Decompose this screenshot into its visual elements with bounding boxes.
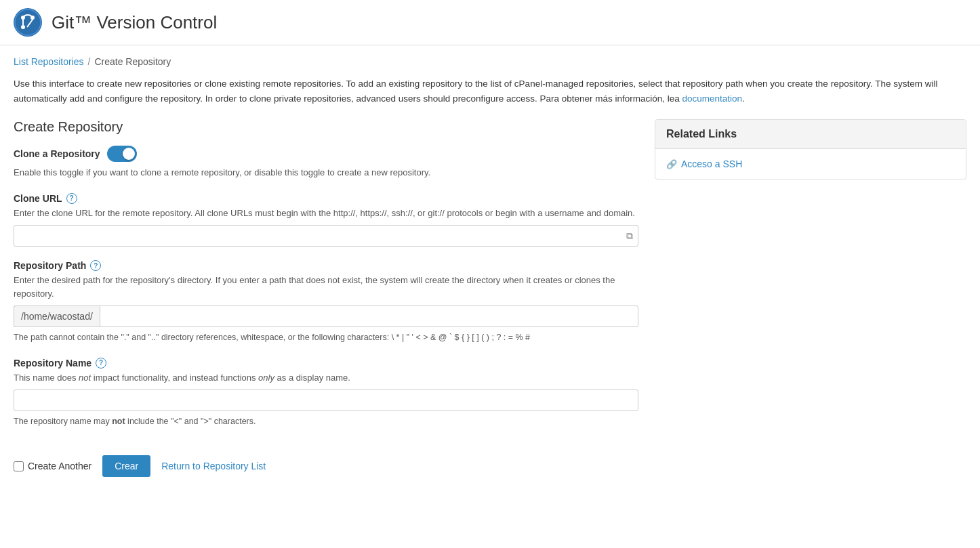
clone-toggle-switch[interactable] bbox=[107, 146, 137, 162]
repository-name-note: The repository name may not include the … bbox=[14, 415, 638, 428]
external-link-icon: 🔗 bbox=[666, 159, 677, 169]
svg-point-2 bbox=[21, 25, 25, 29]
clone-toggle-group: Clone a Repository Enable this toggle if… bbox=[14, 146, 638, 180]
form-column: Create Repository Clone a Repository Ena… bbox=[14, 119, 638, 477]
related-links-header: Related Links bbox=[655, 120, 966, 149]
clone-toggle-label: Clone a Repository bbox=[14, 148, 100, 159]
path-constraint-text: The path cannot contain the "." and ".."… bbox=[14, 331, 638, 344]
related-link-ssh[interactable]: 🔗 Acceso a SSH bbox=[666, 156, 955, 172]
repository-name-group: Repository Name ? This name does not imp… bbox=[14, 358, 638, 428]
repository-path-label-text: Repository Path bbox=[14, 260, 86, 271]
description-text-before: Use this interface to create new reposit… bbox=[14, 79, 937, 104]
clone-url-group: Clone URL ? Enter the clone URL for the … bbox=[14, 193, 638, 247]
repository-path-description: Enter the desired path for the repositor… bbox=[14, 274, 638, 300]
svg-point-0 bbox=[14, 8, 42, 37]
create-another-checkbox[interactable] bbox=[14, 461, 24, 471]
sidebar-column: Related Links 🔗 Acceso a SSH bbox=[655, 119, 966, 180]
related-links-body: 🔗 Acceso a SSH bbox=[655, 149, 966, 179]
toggle-thumb bbox=[123, 148, 135, 160]
app-title: Git™ Version Control bbox=[52, 12, 217, 33]
breadcrumb-parent-link[interactable]: List Repositories bbox=[14, 56, 84, 67]
create-another-text: Create Another bbox=[28, 461, 91, 471]
clone-url-label: Clone URL ? bbox=[14, 193, 638, 204]
breadcrumb-current: Create Repository bbox=[94, 56, 171, 67]
repository-path-input[interactable] bbox=[100, 305, 638, 327]
copy-icon[interactable]: ⧉ bbox=[626, 230, 633, 242]
description-text-after: . bbox=[742, 93, 745, 104]
related-link-ssh-label: Acceso a SSH bbox=[681, 159, 742, 169]
git-logo bbox=[14, 8, 42, 37]
main-content: List Repositories / Create Repository Us… bbox=[0, 45, 980, 488]
repository-name-help-icon[interactable]: ? bbox=[96, 358, 106, 368]
repository-name-description: This name does not impact functionality,… bbox=[14, 371, 638, 385]
repository-name-label-text: Repository Name bbox=[14, 358, 91, 368]
repository-path-group: Repository Path ? Enter the desired path… bbox=[14, 260, 638, 344]
clone-url-input-wrapper: ⧉ bbox=[14, 225, 638, 247]
repository-path-label: Repository Path ? bbox=[14, 260, 638, 271]
clone-url-help-icon[interactable]: ? bbox=[66, 193, 77, 204]
path-input-row: /home/wacostad/ bbox=[14, 305, 638, 327]
clone-url-description: Enter the clone URL for the remote repos… bbox=[14, 207, 638, 220]
footer-buttons: Create Another Crear Return to Repositor… bbox=[14, 444, 638, 477]
path-prefix: /home/wacostad/ bbox=[14, 305, 100, 327]
page-description: Use this interface to create new reposit… bbox=[14, 77, 966, 106]
create-button[interactable]: Crear bbox=[102, 455, 150, 477]
breadcrumb: List Repositories / Create Repository bbox=[14, 56, 966, 67]
repository-name-label: Repository Name ? bbox=[14, 358, 638, 368]
return-to-list-link[interactable]: Return to Repository List bbox=[161, 461, 266, 471]
documentation-link[interactable]: documentation bbox=[682, 93, 743, 104]
create-another-label[interactable]: Create Another bbox=[14, 461, 91, 471]
breadcrumb-separator: / bbox=[88, 56, 91, 67]
clone-url-label-text: Clone URL bbox=[14, 193, 62, 204]
form-title: Create Repository bbox=[14, 119, 638, 135]
repository-path-help-icon[interactable]: ? bbox=[90, 260, 101, 271]
clone-url-input[interactable] bbox=[14, 225, 638, 247]
app-header: Git™ Version Control bbox=[0, 0, 980, 45]
clone-toggle-description: Enable this toggle if you want to clone … bbox=[14, 166, 638, 180]
clone-toggle-row: Clone a Repository bbox=[14, 146, 638, 162]
related-links-card: Related Links 🔗 Acceso a SSH bbox=[655, 119, 966, 180]
repository-name-input[interactable] bbox=[14, 389, 638, 411]
two-col-layout: Create Repository Clone a Repository Ena… bbox=[14, 119, 966, 477]
